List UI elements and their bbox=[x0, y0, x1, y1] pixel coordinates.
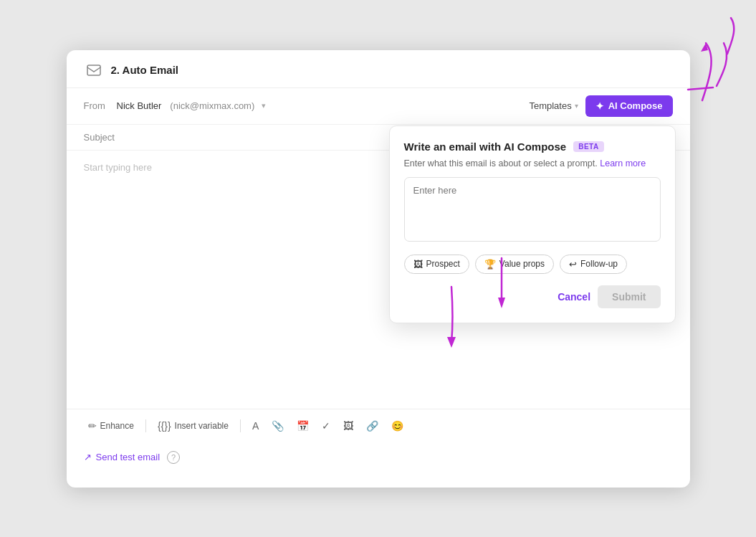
enhance-icon: ✏ bbox=[88, 420, 97, 432]
send-test-label: Send test email bbox=[96, 452, 161, 462]
popup-actions: Cancel Submit bbox=[404, 285, 661, 308]
value-props-icon: 🏆 bbox=[484, 259, 496, 270]
popup-subtitle-text: Enter what this email is about or select… bbox=[404, 158, 598, 168]
beta-badge: BETA bbox=[573, 141, 603, 152]
insert-variable-label: Insert variable bbox=[175, 421, 229, 431]
prospect-icon: 🖼 bbox=[413, 259, 423, 270]
ai-compose-button[interactable]: ✦ AI Compose bbox=[585, 95, 673, 117]
ai-prompt-input[interactable] bbox=[404, 177, 661, 242]
value-props-label: Value props bbox=[499, 259, 545, 269]
templates-button[interactable]: Templates ▾ bbox=[529, 100, 578, 111]
cancel-button[interactable]: Cancel bbox=[558, 291, 590, 303]
image-icon: 🖼 bbox=[343, 420, 353, 432]
value-props-chip[interactable]: 🏆 Value props bbox=[475, 255, 554, 274]
templates-chevron-icon: ▾ bbox=[575, 102, 578, 110]
emoji-tool[interactable]: 😊 bbox=[387, 418, 408, 434]
card-header: 2. Auto Email bbox=[67, 50, 690, 88]
attach-tool[interactable]: 📎 bbox=[267, 418, 288, 434]
from-label: From bbox=[84, 100, 111, 111]
variable-icon: {{}} bbox=[158, 420, 171, 432]
attach-icon: 📎 bbox=[272, 420, 284, 432]
check-icon: ✓ bbox=[322, 420, 330, 432]
ai-compose-label: AI Compose bbox=[608, 100, 663, 111]
learn-more-link[interactable]: Learn more bbox=[600, 158, 646, 168]
image-tool[interactable]: 🖼 bbox=[339, 418, 358, 434]
from-dropdown-arrow[interactable]: ▾ bbox=[262, 101, 266, 110]
ai-compose-popup: Write an email with AI Compose BETA Ente… bbox=[389, 125, 676, 323]
prospect-chip[interactable]: 🖼 Prospect bbox=[404, 255, 469, 274]
svg-rect-3 bbox=[87, 65, 100, 75]
link-icon: 🔗 bbox=[366, 420, 378, 432]
email-card: 2. Auto Email From Nick Butler (nick@mix… bbox=[67, 50, 690, 488]
enhance-label: Enhance bbox=[100, 421, 134, 431]
submit-button[interactable]: Submit bbox=[598, 285, 660, 308]
send-test-icon: ↗ bbox=[84, 452, 92, 462]
follow-up-chip[interactable]: ↩ Follow-up bbox=[560, 255, 627, 274]
prompt-chips: 🖼 Prospect 🏆 Value props ↩ Follow-up bbox=[404, 255, 661, 274]
email-icon bbox=[84, 63, 104, 77]
from-email: (nick@mixmax.com) bbox=[170, 100, 254, 111]
popup-title: Write an email with AI Compose bbox=[404, 141, 567, 153]
toolbar-separator-1 bbox=[145, 419, 146, 432]
link-tool[interactable]: 🔗 bbox=[362, 418, 383, 434]
text-format-icon: A bbox=[252, 420, 259, 432]
format-text-tool[interactable]: A bbox=[248, 418, 263, 434]
emoji-icon: 😊 bbox=[391, 420, 403, 432]
ai-compose-icon: ✦ bbox=[595, 100, 604, 112]
toolbar-separator-2 bbox=[240, 419, 241, 432]
prospect-label: Prospect bbox=[426, 259, 460, 269]
insert-variable-tool[interactable]: {{}} Insert variable bbox=[153, 418, 233, 434]
card-title: 2. Auto Email bbox=[111, 64, 673, 76]
calendar-tool[interactable]: 📅 bbox=[292, 418, 313, 434]
calendar-icon: 📅 bbox=[297, 420, 309, 432]
header-actions: Templates ▾ ✦ AI Compose bbox=[529, 95, 672, 117]
subject-label: Subject bbox=[84, 132, 115, 143]
from-row: From Nick Butler (nick@mixmax.com) ▾ Tem… bbox=[67, 88, 690, 125]
popup-title-row: Write an email with AI Compose BETA bbox=[404, 141, 661, 153]
from-name: Nick Butler bbox=[117, 100, 162, 111]
popup-subtitle: Enter what this email is about or select… bbox=[404, 158, 661, 168]
body-placeholder: Start typing here bbox=[84, 162, 152, 173]
templates-label: Templates bbox=[529, 100, 571, 111]
page-wrapper: 2. Auto Email From Nick Butler (nick@mix… bbox=[0, 0, 756, 537]
svg-marker-1 bbox=[701, 43, 708, 52]
follow-up-label: Follow-up bbox=[580, 259, 618, 269]
follow-up-icon: ↩ bbox=[569, 259, 577, 270]
check-tool[interactable]: ✓ bbox=[317, 418, 335, 434]
help-icon[interactable]: ? bbox=[167, 451, 180, 464]
card-footer: ↗ Send test email ? bbox=[67, 442, 690, 472]
toolbar: ✏ Enhance {{}} Insert variable A 📎 📅 ✓ bbox=[67, 409, 690, 442]
send-test-button[interactable]: ↗ Send test email bbox=[84, 452, 161, 462]
enhance-tool[interactable]: ✏ Enhance bbox=[84, 418, 138, 434]
